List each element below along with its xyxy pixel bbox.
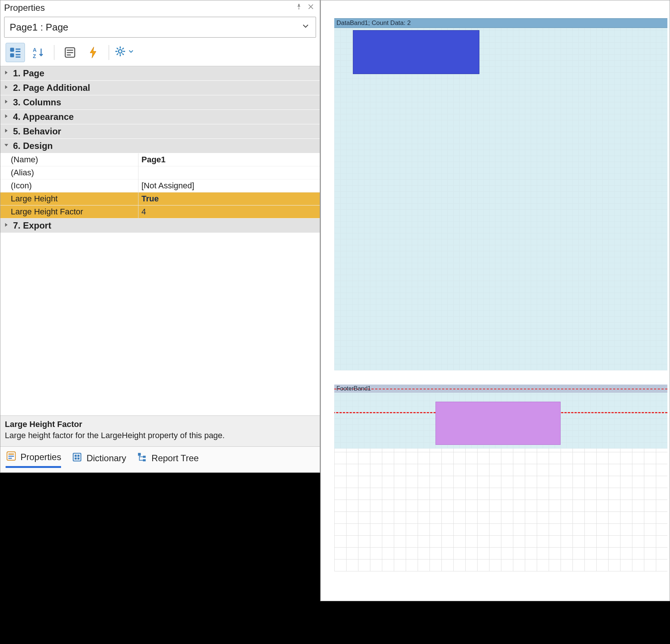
property-row-icon[interactable]: (Icon) [Not Assigned]	[0, 179, 320, 192]
pin-icon[interactable]	[295, 3, 303, 13]
bottom-tabs: Properties Dictionary Report Tree	[0, 446, 320, 472]
tab-dictionary[interactable]: Dictionary	[71, 452, 126, 467]
svg-line-18	[122, 54, 124, 55]
svg-rect-31	[143, 456, 146, 458]
events-button[interactable]	[83, 43, 103, 62]
tab-label: Dictionary	[86, 453, 126, 463]
settings-dropdown-button[interactable]	[115, 43, 134, 62]
footerband-body[interactable]	[334, 393, 667, 449]
property-name: (Alias)	[0, 166, 138, 179]
databand-header[interactable]: DataBand1; Count Data: 2	[334, 18, 667, 28]
group-behavior[interactable]: 5. Behavior	[0, 124, 320, 139]
group-label: 6. Design	[13, 141, 53, 151]
chevron-down-icon	[301, 21, 310, 34]
svg-rect-11	[67, 54, 71, 55]
gear-icon	[115, 46, 126, 59]
chevron-right-icon	[3, 112, 10, 122]
svg-rect-30	[138, 453, 141, 456]
svg-rect-28	[75, 457, 77, 459]
tab-label: Properties	[20, 452, 61, 462]
svg-text:A: A	[33, 47, 36, 53]
svg-rect-10	[67, 52, 73, 53]
property-row-alias[interactable]: (Alias)	[0, 166, 320, 179]
property-name: Large Height Factor	[0, 205, 138, 219]
page-break-line	[334, 389, 667, 389]
chevron-right-icon	[3, 97, 10, 108]
group-columns[interactable]: 3. Columns	[0, 95, 320, 110]
svg-rect-22	[9, 453, 14, 455]
property-row-large-height-factor[interactable]: Large Height Factor 4	[0, 205, 320, 219]
svg-rect-9	[67, 50, 73, 51]
databand-body[interactable]	[334, 28, 667, 370]
report-element-blue[interactable]	[353, 30, 479, 74]
chevron-right-icon	[3, 220, 10, 231]
object-selector-dropdown[interactable]: Page1 : Page	[4, 17, 316, 38]
group-label: 4. Appearance	[13, 112, 74, 122]
property-value[interactable]	[138, 166, 320, 179]
hint-text: Large height factor for the LargeHeight …	[5, 431, 315, 440]
properties-blank-area	[0, 233, 320, 415]
toolbar-separator	[109, 45, 109, 60]
svg-rect-25	[73, 453, 81, 461]
group-export[interactable]: 7. Export	[0, 219, 320, 233]
group-design[interactable]: 6. Design	[0, 139, 320, 153]
panel-title: Properties	[4, 3, 45, 13]
property-row-large-height[interactable]: Large Height True	[0, 192, 320, 205]
report-tree-tab-icon	[137, 452, 148, 465]
svg-rect-23	[9, 456, 14, 457]
property-name: (Icon)	[0, 179, 138, 192]
group-label: 2. Page Additional	[13, 83, 90, 93]
property-row-name[interactable]: (Name) Page1	[0, 153, 320, 166]
alphabetical-view-button[interactable]: AZ	[29, 43, 48, 62]
group-label: 7. Export	[13, 220, 51, 231]
svg-line-20	[122, 48, 124, 50]
property-value[interactable]: Page1	[138, 153, 320, 166]
tab-properties[interactable]: Properties	[6, 450, 61, 468]
svg-text:Z: Z	[33, 53, 36, 59]
svg-rect-2	[16, 48, 20, 50]
svg-rect-1	[10, 53, 14, 57]
property-name: (Name)	[0, 153, 138, 166]
property-tree: 1. Page 2. Page Additional 3. Columns 4.…	[0, 66, 320, 233]
svg-rect-4	[16, 54, 20, 55]
properties-tab-icon	[6, 450, 17, 464]
panel-header: Properties	[0, 0, 320, 15]
svg-line-17	[117, 48, 118, 50]
hint-title: Large Height Factor	[5, 420, 315, 429]
footerband-label: FooterBand1	[336, 385, 371, 392]
svg-rect-32	[143, 459, 146, 461]
report-element-purple[interactable]	[436, 402, 561, 445]
design-surface[interactable]: DataBand1; Count Data: 2 FooterBand1	[320, 0, 670, 601]
property-hint: Large Height Factor Large height factor …	[0, 415, 320, 446]
chevron-right-icon	[3, 126, 10, 137]
svg-point-12	[118, 50, 122, 53]
svg-rect-24	[9, 458, 12, 459]
group-label: 1. Page	[13, 68, 44, 79]
chevron-right-icon	[3, 83, 10, 93]
footerband-header[interactable]: FooterBand1	[334, 385, 667, 393]
property-value[interactable]: 4	[138, 205, 320, 219]
svg-rect-26	[75, 455, 77, 457]
chevron-down-icon	[127, 48, 135, 57]
properties-toolbar: AZ	[0, 41, 320, 66]
svg-rect-27	[77, 455, 80, 457]
databand-label: DataBand1; Count Data: 2	[336, 19, 411, 27]
page-area-beyond[interactable]	[334, 449, 667, 571]
categorized-view-button[interactable]	[6, 43, 25, 62]
svg-rect-29	[77, 457, 80, 459]
tab-report-tree[interactable]: Report Tree	[137, 452, 199, 467]
svg-rect-5	[16, 57, 20, 58]
chevron-right-icon	[3, 68, 10, 79]
toolbar-separator	[54, 45, 54, 60]
close-icon[interactable]	[307, 3, 315, 13]
show-description-button[interactable]	[60, 43, 80, 62]
object-selector-value: Page1 : Page	[10, 22, 68, 33]
svg-rect-0	[10, 48, 14, 52]
property-value[interactable]: [Not Assigned]	[138, 179, 320, 192]
group-page[interactable]: 1. Page	[0, 66, 320, 81]
group-page-additional[interactable]: 2. Page Additional	[0, 81, 320, 95]
property-value[interactable]: True	[138, 192, 320, 205]
tab-label: Report Tree	[151, 453, 199, 463]
properties-panel: Properties Page1 : Page AZ	[0, 0, 320, 473]
group-appearance[interactable]: 4. Appearance	[0, 110, 320, 124]
